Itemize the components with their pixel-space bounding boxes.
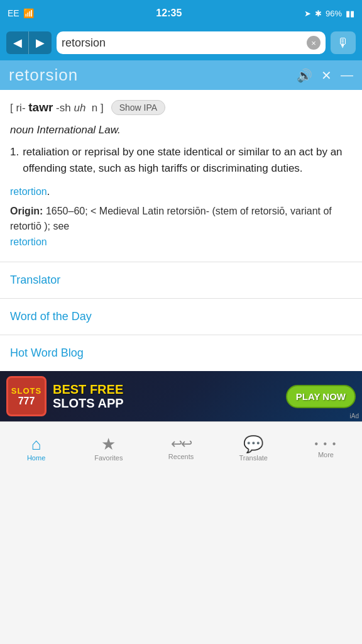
status-bar: EE 📶 12:35 ➤ ✱ 96% ▮▮ xyxy=(0,0,362,26)
search-input[interactable] xyxy=(62,36,307,50)
search-bar: ◀ ▶ × 🎙 xyxy=(0,26,362,60)
wifi-icon: 📶 xyxy=(23,8,34,18)
word-of-the-day-link[interactable]: Word of the Day xyxy=(0,299,362,335)
ad-headline-1: BEST FREE xyxy=(53,382,280,396)
tab-recents-label: Recents xyxy=(168,453,194,460)
ad-slots-logo: SLOTS 777 xyxy=(6,376,47,416)
battery-label: 96% xyxy=(326,9,342,18)
origin-link[interactable]: retortion xyxy=(10,236,47,247)
tab-home[interactable]: ⌂ Home xyxy=(0,422,72,472)
location-icon: ➤ xyxy=(304,9,311,18)
close-icon[interactable]: ✕ xyxy=(321,68,332,83)
word-header-title: retorsion xyxy=(9,65,78,85)
tab-favorites-label: Favorites xyxy=(94,454,123,462)
retortion-link[interactable]: retortion xyxy=(10,186,47,197)
status-left: EE 📶 xyxy=(8,8,34,18)
part-of-speech: noun International Law. xyxy=(10,124,352,136)
show-ipa-button[interactable]: Show IPA xyxy=(111,100,165,115)
carrier-label: EE xyxy=(8,8,19,18)
ad-headline-2: SLOTS APP xyxy=(53,396,280,410)
home-icon: ⌂ xyxy=(31,436,41,452)
pronunciation-row: [ ri- tawr -sh uh n ] Show IPA xyxy=(10,100,352,115)
translator-link[interactable]: Translator xyxy=(0,262,362,298)
word-header-banner: retorsion 🔊 ✕ — xyxy=(0,60,362,90)
mic-icon: 🎙 xyxy=(337,36,349,50)
origin-block: Origin: 1650–60; < Medieval Latin retors… xyxy=(10,204,352,250)
time-display: 12:35 xyxy=(156,8,182,19)
period: . xyxy=(47,186,50,197)
ad-center: BEST FREE SLOTS APP xyxy=(53,382,280,410)
recents-icon: ↩↩ xyxy=(171,437,191,451)
slots-text: SLOTS xyxy=(11,386,41,396)
tab-translate[interactable]: 💬 Translate xyxy=(217,422,290,472)
tab-more[interactable]: • • • More xyxy=(290,422,362,472)
main-content: [ ri- tawr -sh uh n ] Show IPA noun Inte… xyxy=(0,90,362,262)
nav-buttons: ◀ ▶ xyxy=(6,31,52,54)
stress-syllable: tawr xyxy=(28,101,53,114)
translate-icon: 💬 xyxy=(243,436,263,452)
tab-translate-label: Translate xyxy=(239,454,267,462)
related-link-block: retortion. xyxy=(10,186,352,197)
tab-bar: ⌂ Home ★ Favorites ↩↩ Recents 💬 Translat… xyxy=(0,421,362,472)
schwa-syllable: uh xyxy=(74,102,85,114)
mic-button[interactable]: 🎙 xyxy=(331,31,356,54)
search-input-wrap: × xyxy=(57,31,326,54)
bluetooth-icon: ✱ xyxy=(315,9,322,18)
tab-more-label: More xyxy=(318,451,334,458)
favorites-icon: ★ xyxy=(101,436,116,452)
menu-icon[interactable]: — xyxy=(341,68,353,82)
word-header-icons: 🔊 ✕ — xyxy=(297,68,353,83)
definition-text: retaliation or reprisal by one state ide… xyxy=(23,144,352,177)
pronunciation-text: [ ri- tawr -sh uh n ] xyxy=(10,101,104,114)
play-now-button[interactable]: PLAY NOW xyxy=(286,385,356,408)
tab-favorites[interactable]: ★ Favorites xyxy=(72,422,145,472)
origin-text: 1650–60; < Medieval Latin retorsiōn- (st… xyxy=(10,206,332,232)
ad-banner[interactable]: SLOTS 777 BEST FREE SLOTS APP PLAY NOW i… xyxy=(0,371,362,421)
battery-icon: ▮▮ xyxy=(346,9,354,18)
hot-word-blog-link[interactable]: Hot Word Blog xyxy=(0,335,362,371)
more-icon: • • • xyxy=(315,439,337,449)
back-button[interactable]: ◀ xyxy=(6,31,29,54)
clear-button[interactable]: × xyxy=(307,36,321,50)
definition-number: 1. xyxy=(10,144,19,177)
ad-label: iAd xyxy=(350,413,359,419)
speaker-icon[interactable]: 🔊 xyxy=(297,68,312,83)
tab-recents[interactable]: ↩↩ Recents xyxy=(145,422,217,472)
definition-item: 1. retaliation or reprisal by one state … xyxy=(10,144,352,177)
definition-block: 1. retaliation or reprisal by one state … xyxy=(10,144,352,177)
forward-button[interactable]: ▶ xyxy=(29,31,52,54)
status-right: ➤ ✱ 96% ▮▮ xyxy=(304,9,354,18)
tab-home-label: Home xyxy=(27,454,45,462)
origin-label: Origin: xyxy=(10,206,43,216)
slots-777: 777 xyxy=(18,396,35,407)
